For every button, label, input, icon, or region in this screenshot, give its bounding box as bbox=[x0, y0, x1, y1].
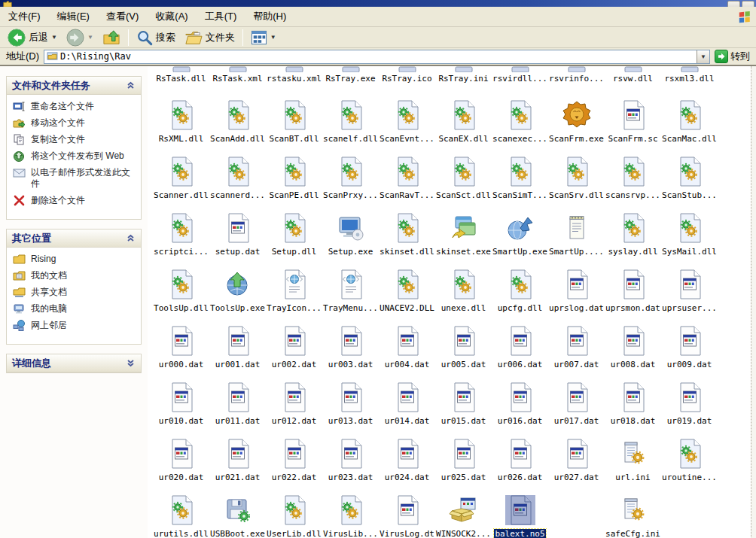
file-item[interactable]: ur007.dat bbox=[548, 326, 605, 369]
file-item[interactable]: scriptci... bbox=[153, 213, 209, 257]
file-item[interactable]: VirusLib... bbox=[322, 495, 379, 538]
file-item[interactable]: ur001.dat bbox=[209, 326, 266, 369]
file-item[interactable]: RsXML.dll bbox=[153, 100, 209, 144]
file-item[interactable]: ur004.dat bbox=[379, 326, 435, 369]
sidebar-item[interactable]: 以电子邮件形式发送此文件 bbox=[13, 167, 136, 190]
file-item[interactable]: RsTray.ico bbox=[379, 66, 435, 84]
file-item[interactable]: ScanFrm.sc bbox=[605, 100, 661, 144]
file-item[interactable]: scansrvp... bbox=[605, 157, 661, 200]
sidebar-item[interactable]: 删除这个文件 bbox=[13, 195, 136, 206]
file-item[interactable]: ur025.dat bbox=[435, 439, 492, 482]
panel-header[interactable]: 详细信息 bbox=[7, 354, 141, 372]
sidebar-item[interactable]: 复制这个文件 bbox=[13, 134, 136, 145]
chevron-up-icon[interactable] bbox=[126, 234, 136, 243]
address-dropdown-button[interactable]: ▼ bbox=[697, 50, 709, 63]
file-item[interactable]: WINSOCK2... bbox=[435, 495, 492, 538]
file-item[interactable]: ur015.dat bbox=[435, 382, 492, 426]
go-button[interactable]: 转到 bbox=[710, 50, 754, 63]
file-item[interactable]: ur018.dat bbox=[605, 382, 661, 426]
file-item[interactable]: ur019.dat bbox=[661, 382, 718, 426]
file-item[interactable]: SmartUp.exe bbox=[492, 213, 548, 257]
file-item[interactable]: SmartUp.... bbox=[548, 213, 605, 257]
file-item[interactable]: TrayIcon... bbox=[266, 269, 322, 313]
file-item[interactable]: ScanRavT... bbox=[379, 157, 435, 200]
maximize-button[interactable] bbox=[742, 1, 754, 7]
chevron-down-icon[interactable] bbox=[126, 359, 136, 368]
file-item[interactable]: RsTask.xml bbox=[209, 66, 266, 84]
folders-button[interactable]: 文件夹 bbox=[180, 28, 239, 47]
file-item[interactable]: scanexec... bbox=[492, 100, 548, 144]
file-item[interactable]: rstasku.xml bbox=[266, 66, 322, 84]
file-item[interactable]: setup.dat bbox=[209, 213, 266, 257]
file-item[interactable]: skinset.exe bbox=[435, 213, 492, 257]
forward-dropdown-icon[interactable]: ▼ bbox=[87, 34, 93, 41]
file-item[interactable]: ur022.dat bbox=[266, 439, 322, 482]
panel-header[interactable]: 其它位置 bbox=[7, 229, 141, 248]
back-button[interactable]: 后退 ▼ bbox=[3, 28, 62, 47]
file-item[interactable]: rsxml3.dll bbox=[661, 66, 718, 84]
file-item[interactable]: ScanStub... bbox=[661, 157, 718, 200]
file-item[interactable]: uprsuser... bbox=[661, 269, 718, 313]
file-item[interactable]: ur003.dat bbox=[322, 326, 379, 369]
file-item[interactable]: unexe.dll bbox=[435, 269, 492, 313]
file-item[interactable]: syslay.dll bbox=[605, 213, 661, 257]
file-item[interactable]: ScanEvnt... bbox=[379, 100, 435, 144]
file-item[interactable]: ToolsUp.dll bbox=[153, 269, 209, 313]
file-item[interactable]: balext.no5 bbox=[492, 495, 548, 538]
up-button[interactable] bbox=[98, 28, 125, 47]
file-item[interactable]: uprsmon.dat bbox=[605, 269, 661, 313]
file-item[interactable]: rsvrinfo... bbox=[548, 66, 605, 84]
file-item[interactable]: Setup.dll bbox=[266, 213, 322, 257]
file-item[interactable]: upcfg.dll bbox=[492, 269, 548, 313]
file-item[interactable]: RsTray.ini bbox=[435, 66, 492, 84]
views-dropdown-icon[interactable]: ▼ bbox=[270, 34, 276, 41]
file-item[interactable]: ur005.dat bbox=[435, 326, 492, 369]
menu-item[interactable]: 文件(F) bbox=[0, 7, 49, 26]
file-item[interactable]: ScanSimT... bbox=[492, 157, 548, 200]
file-item[interactable]: ur010.dat bbox=[153, 382, 209, 426]
file-item[interactable]: ur013.dat bbox=[322, 382, 379, 426]
file-item[interactable]: ScanSct.dll bbox=[435, 157, 492, 200]
file-item[interactable]: safeCfg.ini bbox=[605, 495, 661, 538]
menu-item[interactable]: 收藏(A) bbox=[147, 7, 196, 26]
file-item[interactable]: ur008.dat bbox=[605, 326, 661, 369]
file-item[interactable]: RsTray.exe bbox=[322, 66, 379, 84]
file-item[interactable]: ur011.dat bbox=[209, 382, 266, 426]
file-item[interactable]: ur024.dat bbox=[379, 439, 435, 482]
menu-item[interactable]: 帮助(H) bbox=[245, 7, 294, 26]
file-item[interactable]: ur021.dat bbox=[209, 439, 266, 482]
file-item[interactable]: scannerd... bbox=[209, 157, 266, 200]
back-dropdown-icon[interactable]: ▼ bbox=[51, 34, 57, 41]
file-item[interactable]: uroutine... bbox=[661, 439, 718, 482]
file-item[interactable]: ur023.dat bbox=[322, 439, 379, 482]
file-item[interactable]: SysMail.dll bbox=[661, 213, 718, 257]
file-item[interactable]: ScanMac.dll bbox=[661, 100, 718, 144]
file-item[interactable]: ScanPrxy... bbox=[322, 157, 379, 200]
menu-item[interactable]: 工具(T) bbox=[197, 7, 245, 26]
sidebar-item[interactable]: 我的电脑 bbox=[13, 303, 136, 315]
file-item[interactable]: ur020.dat bbox=[153, 439, 209, 482]
sidebar-item[interactable]: 将这个文件发布到 Web bbox=[13, 150, 136, 162]
sidebar-item[interactable]: 重命名这个文件 bbox=[13, 101, 136, 112]
file-item[interactable]: ur027.dat bbox=[548, 439, 605, 482]
vertical-scrollbar[interactable] bbox=[751, 66, 756, 538]
sidebar-item[interactable]: 共享文档 bbox=[13, 287, 136, 298]
file-item[interactable]: rsvw.dll bbox=[605, 66, 661, 84]
file-item[interactable]: ur009.dat bbox=[661, 326, 718, 369]
menu-item[interactable]: 编辑(E) bbox=[49, 7, 98, 26]
file-item[interactable]: TrayMenu... bbox=[322, 269, 379, 313]
file-item[interactable]: ur017.dat bbox=[548, 382, 605, 426]
file-item[interactable]: url.ini bbox=[605, 439, 661, 482]
address-input[interactable]: D:\Rising\Rav ▼ bbox=[44, 50, 710, 64]
forward-button[interactable]: ▼ bbox=[62, 28, 98, 47]
chevron-up-icon[interactable] bbox=[126, 81, 136, 90]
minimize-button[interactable] bbox=[727, 1, 740, 7]
file-item[interactable]: UserLib.dll bbox=[266, 495, 322, 538]
file-item[interactable]: Setup.exe bbox=[322, 213, 379, 257]
panel-header[interactable]: 文件和文件夹任务 bbox=[7, 77, 141, 95]
file-item[interactable]: RsTask.dll bbox=[153, 66, 209, 84]
sidebar-item[interactable]: 移动这个文件 bbox=[13, 117, 136, 129]
file-item[interactable]: ur014.dat bbox=[379, 382, 435, 426]
file-item[interactable]: ScanPE.dll bbox=[266, 157, 322, 200]
file-item[interactable]: ur000.dat bbox=[153, 326, 209, 369]
